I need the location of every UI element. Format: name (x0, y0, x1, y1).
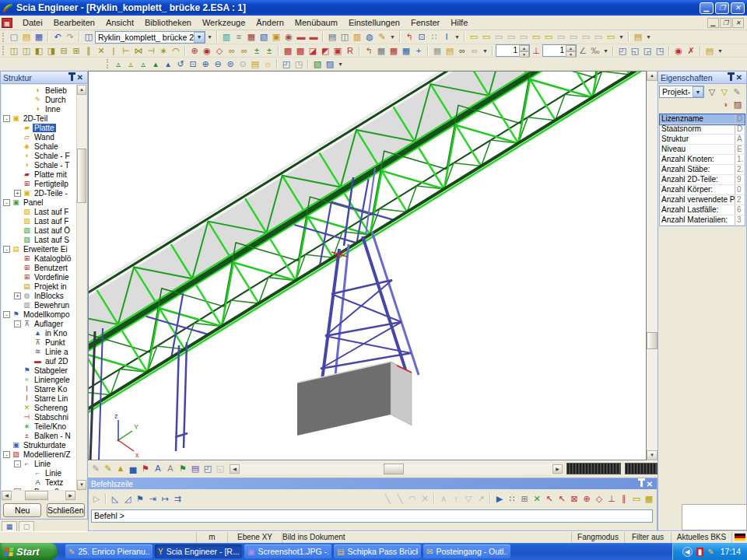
tree-scrollbar[interactable]: ▲ ▼ (76, 85, 86, 490)
cube-dropdown-icon[interactable]: ▼ (336, 58, 345, 70)
view-undo-icon[interactable]: ↰ (403, 31, 416, 43)
free-load-icon[interactable]: ▩ (282, 45, 294, 57)
window-settings-icon[interactable]: ◰ (280, 58, 293, 70)
pin-icon[interactable] (71, 75, 73, 81)
load-case-icon[interactable]: R (344, 45, 356, 57)
property-row[interactable]: Staatsnorm D (660, 124, 745, 135)
property-row[interactable]: Anzahl Körper: 0 (660, 185, 745, 195)
scroll-left-icon[interactable]: ◀ (2, 491, 12, 500)
scroll-down-icon[interactable]: ▼ (647, 450, 658, 460)
tree-expand-toggle[interactable]: - (14, 320, 21, 327)
undo-icon[interactable]: ↶ (51, 31, 64, 43)
viewport-vscrollbar[interactable]: ▲ ▼ (647, 71, 658, 460)
delete-snap-icon[interactable]: ✕ (419, 493, 431, 505)
spin-up-icon[interactable]: ▲ (519, 45, 529, 51)
print-preview-icon[interactable]: ◫ (338, 31, 351, 43)
snap-cursor-icon[interactable]: ▶ (493, 493, 506, 505)
tree-item[interactable]: + ◍ InBlocks (14, 291, 76, 300)
export-dropdown-icon[interactable]: ▼ (716, 45, 724, 57)
tray-chevron-icon[interactable]: ◀ (682, 547, 693, 557)
tree-item[interactable]: ⊞ Vordefinie (14, 272, 76, 282)
arrow-ne-snap-icon[interactable]: ↗ (475, 493, 487, 505)
draw-icon[interactable]: ✎ (102, 463, 114, 474)
tree-item[interactable]: ◖ Inne (25, 104, 76, 114)
tree-item[interactable]: ▰ Platte mit (14, 170, 76, 179)
combo-dropdown-icon[interactable]: ▼ (693, 86, 703, 97)
view-dropdown-icon[interactable]: ▼ (453, 31, 461, 43)
plate-rib-icon[interactable]: ⊢ (120, 45, 132, 57)
scroll-down-icon[interactable]: ▼ (77, 480, 86, 490)
struktur-panel-header[interactable]: Struktur ✕ (1, 72, 87, 84)
scroll-right-icon[interactable]: ▶ (65, 491, 75, 500)
solver-icon[interactable]: ▧ (258, 31, 270, 43)
menu-item[interactable]: Ansicht (100, 16, 139, 29)
menu-item[interactable]: Menübaum (289, 16, 343, 29)
scroll-left-icon[interactable]: ◀ (230, 464, 240, 474)
window-new-icon[interactable]: ◰ (202, 463, 214, 474)
tree-expand-toggle[interactable]: - (3, 451, 10, 458)
tree-expand-toggle[interactable]: - (3, 199, 10, 206)
snap-lines-icon[interactable]: ⊞ (518, 493, 531, 505)
minimize-button[interactable]: ▁ (700, 2, 714, 14)
node-connect-icon[interactable]: ⊕ (188, 45, 201, 57)
loads-preset-icon[interactable]: ▬ (307, 31, 320, 43)
draw-off-icon[interactable]: ✎ (89, 463, 102, 474)
snap-orthogonal-icon[interactable]: ⊥ (605, 493, 618, 505)
scale-spin-2[interactable]: 1 ▲▼ (542, 44, 577, 57)
view-preset-9-icon[interactable]: ▭ (567, 31, 580, 43)
window-paste-icon[interactable]: ◱ (629, 45, 641, 57)
scale-dropdown-icon[interactable]: ▼ (601, 45, 610, 57)
filter-quick-icon[interactable]: ▽ (718, 86, 731, 98)
mdi-restore-button[interactable]: ❐ (720, 18, 731, 28)
taskbar-task[interactable]: Y Scia Engineer - [R... (155, 544, 242, 558)
beam-pair-icon[interactable]: ∥ (82, 45, 95, 57)
scroll-up-icon[interactable]: ▲ (647, 71, 658, 81)
property-row[interactable]: Struktur A (660, 135, 745, 145)
tree-item[interactable]: ± Balken - N (14, 431, 76, 440)
tree-item[interactable]: ✕ Schereng (14, 403, 76, 412)
tree-item[interactable]: + ↕ Bemaßun (14, 487, 76, 490)
render-flag-icon[interactable]: ⚑ (177, 463, 189, 474)
snap-parallel-icon[interactable]: ∥ (618, 493, 630, 505)
supports-view-icon[interactable]: ▲ (114, 463, 127, 474)
move-tool-icon[interactable]: + (412, 45, 425, 57)
view-members-icon[interactable]: ▵ (124, 58, 137, 70)
property-filter-combo[interactable]: Projekt- ▼ (659, 86, 704, 98)
beam-tool-icon[interactable]: ◫ (8, 45, 20, 57)
search-dropdown-icon[interactable]: ▼ (481, 45, 489, 57)
status-cell[interactable] (0, 532, 197, 543)
spin-down-icon[interactable]: ▼ (519, 51, 529, 58)
tree-item[interactable]: - ⊼ Auflager (14, 319, 76, 328)
status-cell[interactable]: m (197, 532, 228, 543)
polyline-z-icon[interactable]: ◺ (109, 493, 121, 505)
tree-expand-toggle[interactable]: + (14, 190, 21, 197)
spin-up-icon[interactable]: ▲ (566, 45, 576, 51)
project-settings-icon[interactable]: ▥ (220, 31, 233, 43)
combo-dropdown-icon[interactable]: ▼ (194, 32, 205, 43)
results-chart-icon[interactable]: ▅ (127, 463, 139, 474)
tree-expand-toggle[interactable]: - (14, 460, 21, 467)
tree-expand-toggle[interactable]: - (3, 115, 10, 122)
table-add-icon[interactable]: ▦ (388, 45, 400, 57)
property-row[interactable]: Anzahl Knoten: 1. (660, 155, 745, 165)
status-cell[interactable]: Filter aus (625, 532, 672, 543)
save-icon[interactable]: ▦ (33, 31, 45, 43)
tree-item[interactable]: - ▤ Erweiterte Ei (3, 244, 76, 254)
menu-item[interactable]: Fenster (405, 16, 445, 29)
scroll-thumb[interactable] (77, 149, 86, 203)
continue-icon[interactable]: ⇉ (171, 493, 184, 505)
point-load-icon[interactable]: ▩ (294, 45, 307, 57)
project-browser-icon[interactable]: ◫ (82, 31, 95, 43)
scroll-thumb[interactable] (647, 332, 658, 349)
labels-stamp-icon[interactable]: A (164, 463, 177, 474)
property-row[interactable]: Anzahl Stäbe: 2. (660, 165, 745, 175)
open-view-icon[interactable]: ▤ (444, 45, 456, 57)
opening-beam-icon[interactable]: ⊟ (58, 45, 70, 57)
end-command-icon[interactable]: ⚑ (134, 493, 146, 505)
tree-item[interactable]: ≈ Liniengele (14, 375, 76, 384)
close-icon[interactable]: ✕ (77, 73, 83, 82)
window-copy-icon[interactable]: ◰ (616, 45, 629, 57)
search-icon[interactable]: ∞ (456, 45, 468, 57)
tree-expand-toggle[interactable]: - (3, 311, 10, 318)
tree-item[interactable]: ✎ Durch (25, 95, 76, 104)
